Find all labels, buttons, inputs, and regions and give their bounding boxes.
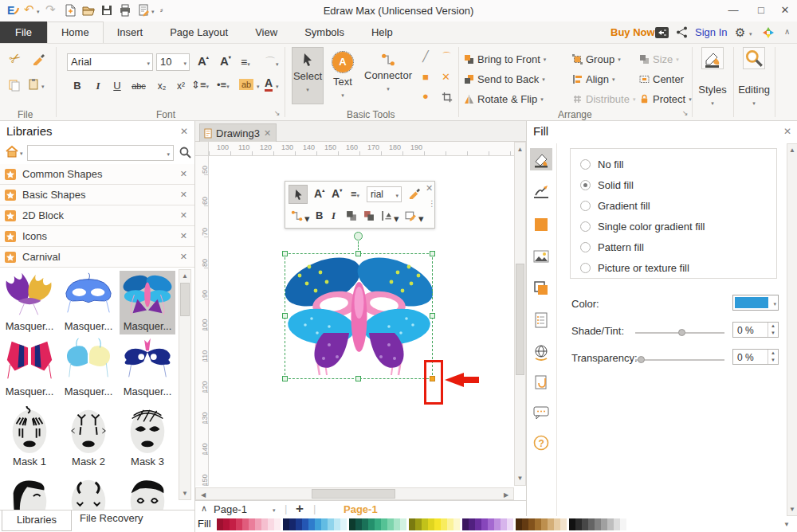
- palette-swatch[interactable]: [328, 518, 334, 530]
- transparency-slider-thumb[interactable]: [638, 356, 645, 363]
- rectangle-tool-icon[interactable]: ■: [422, 71, 429, 83]
- fill-option-solid-fill[interactable]: Solid fill: [580, 174, 634, 195]
- library-section-basic-shapes[interactable]: Basic Shapes✕: [0, 185, 195, 205]
- scroll-left-icon[interactable]: ◀: [199, 491, 207, 499]
- center-button[interactable]: Center: [639, 70, 684, 88]
- page-tab-page-1[interactable]: Page-1: [344, 503, 378, 515]
- menu-tab-home[interactable]: Home: [47, 22, 104, 43]
- font-dialog-launcher[interactable]: ↘: [274, 109, 281, 117]
- sign-in-link[interactable]: Sign In: [695, 26, 727, 38]
- shape-thumbnail-masquerade-2[interactable]: Masquer...: [61, 271, 116, 334]
- palette-swatch[interactable]: [541, 518, 548, 530]
- paste-icon[interactable]: [27, 78, 40, 91]
- settings-dropdown-icon[interactable]: ▾: [749, 31, 752, 37]
- library-section-carnival[interactable]: Carnival✕: [0, 247, 195, 268]
- line-style-icon[interactable]: [530, 182, 552, 204]
- buy-now-link[interactable]: Buy Now: [611, 26, 655, 38]
- palette-swatch[interactable]: [453, 518, 460, 530]
- scroll-up-icon[interactable]: ▲: [179, 272, 190, 280]
- line-spacing-button[interactable]: ⇕≡▾: [191, 79, 209, 91]
- align-button[interactable]: Align▾: [572, 70, 614, 88]
- palette-swatch[interactable]: [368, 518, 375, 530]
- pinwheel-icon[interactable]: [762, 26, 775, 39]
- palette-swatch[interactable]: [475, 518, 481, 530]
- shape-thumbnail-mask-2[interactable]: Mask 2: [61, 406, 116, 470]
- scrollbar-thumb[interactable]: [180, 283, 190, 316]
- palette-swatch[interactable]: [409, 518, 415, 530]
- library-scrollbar[interactable]: ▲ ▼: [179, 269, 191, 500]
- close-fill-panel-icon[interactable]: ✕: [783, 126, 791, 137]
- group-button[interactable]: Group▾: [572, 50, 621, 68]
- mini-style-dropdown-icon[interactable]: ▾: [418, 213, 424, 224]
- library-section-2d-block[interactable]: 2D Block✕: [0, 205, 195, 226]
- selection-handle-e[interactable]: [430, 313, 435, 319]
- share-nodes-icon[interactable]: [676, 26, 688, 38]
- cut-icon[interactable]: ✂: [6, 49, 25, 68]
- shade-value-input[interactable]: 0 %▲▼: [732, 322, 779, 338]
- selection-handle-n[interactable]: [355, 251, 361, 256]
- palette-swatch[interactable]: [535, 518, 541, 530]
- palette-swatch[interactable]: [255, 518, 261, 530]
- comment-icon[interactable]: [530, 401, 552, 424]
- palette-swatch[interactable]: [302, 518, 308, 530]
- palette-swatch[interactable]: [355, 518, 362, 530]
- palette-swatch[interactable]: [614, 518, 620, 530]
- mini-bring-front-icon[interactable]: [346, 210, 357, 221]
- close-section-icon[interactable]: ✕: [180, 190, 187, 200]
- palette-swatch[interactable]: [334, 518, 340, 530]
- palette-swatch[interactable]: [488, 518, 494, 530]
- bring-to-front-button[interactable]: Bring to Front▾: [464, 50, 546, 68]
- italic-button[interactable]: I: [89, 77, 107, 95]
- mini-connector-dropdown-icon[interactable]: ▾: [304, 213, 310, 224]
- mini-italic-button[interactable]: I: [332, 209, 336, 222]
- mini-format-painter-icon[interactable]: [408, 186, 421, 199]
- palette-swatch[interactable]: [434, 518, 441, 530]
- palette-swatch[interactable]: [548, 518, 554, 530]
- close-section-icon[interactable]: ✕: [180, 231, 187, 241]
- scrollbar-thumb[interactable]: [516, 264, 524, 375]
- select-tool-button[interactable]: Select ▾: [292, 47, 324, 104]
- underline-button[interactable]: U: [108, 77, 126, 95]
- shape-thumbnail-mask-1[interactable]: Mask 1: [2, 406, 57, 470]
- palette-swatch[interactable]: [283, 518, 289, 530]
- mini-align-button[interactable]: ≡▾: [351, 188, 359, 200]
- palette-swatch[interactable]: [296, 518, 302, 530]
- arc-tool-icon[interactable]: ⌒: [442, 50, 452, 65]
- font-color-dropdown-icon[interactable]: ▾: [276, 84, 279, 89]
- text-highlight-button[interactable]: ab: [239, 79, 253, 90]
- menu-tab-page-layout[interactable]: Page Layout: [156, 22, 241, 43]
- pencil-tool-icon[interactable]: ✕: [442, 71, 450, 83]
- palette-swatch[interactable]: [601, 518, 607, 530]
- canvas-horizontal-scrollbar[interactable]: ◀ ▶: [195, 487, 514, 500]
- crop-tool-icon[interactable]: [442, 92, 453, 103]
- text-align-button[interactable]: ≡▾: [241, 56, 250, 68]
- palette-swatch[interactable]: [394, 518, 400, 530]
- scroll-down-icon[interactable]: ▼: [515, 475, 525, 482]
- close-section-icon[interactable]: ✕: [180, 169, 187, 179]
- mini-select-button[interactable]: [289, 185, 308, 204]
- bold-button[interactable]: B: [69, 77, 86, 95]
- picture-icon[interactable]: [530, 245, 552, 268]
- selection-handle-w[interactable]: [282, 313, 288, 319]
- shape-thumbnail-masquerade-4[interactable]: Masquer...: [2, 336, 57, 400]
- palette-swatch[interactable]: [349, 518, 355, 530]
- shade-slider-thumb[interactable]: [678, 329, 685, 336]
- connector-tool-button[interactable]: Connector ▾: [360, 47, 416, 93]
- palette-swatch[interactable]: [236, 518, 242, 530]
- mini-align-dropdown-icon[interactable]: ▾: [394, 213, 399, 224]
- palette-swatch[interactable]: [223, 518, 230, 530]
- minimize-button[interactable]: —: [721, 0, 745, 21]
- palette-swatch[interactable]: [428, 518, 434, 530]
- line-tool-icon[interactable]: ╱: [422, 50, 429, 62]
- scrollbar-thumb[interactable]: [312, 489, 395, 499]
- search-icon[interactable]: [179, 146, 191, 158]
- selection-handle-nw[interactable]: [282, 251, 288, 256]
- decrease-font-button[interactable]: A▾: [220, 54, 231, 68]
- arrange-dialog-launcher[interactable]: ↘: [682, 109, 689, 117]
- palette-swatch[interactable]: [588, 518, 595, 530]
- palette-swatch[interactable]: [501, 518, 507, 530]
- palette-swatch[interactable]: [321, 518, 328, 530]
- palette-dropdown-icon[interactable]: ▼: [783, 522, 790, 528]
- highlight-dropdown-icon[interactable]: ▾: [257, 84, 260, 89]
- palette-swatch[interactable]: [620, 518, 626, 530]
